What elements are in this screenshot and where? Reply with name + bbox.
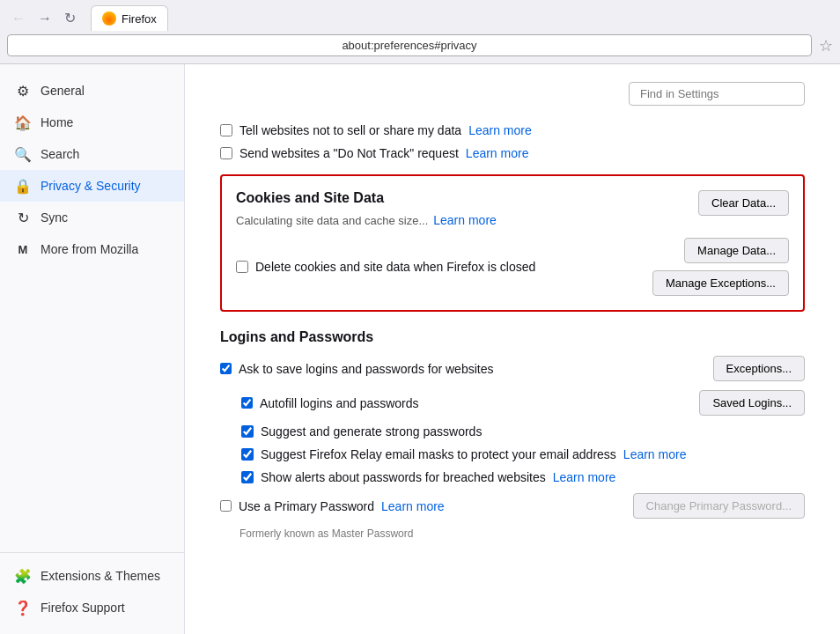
autofill-checkbox[interactable]	[241, 397, 253, 409]
autofill-row: Autofill logins and passwords Saved Logi…	[241, 390, 805, 416]
content-area: Tell websites not to sell or share my da…	[185, 64, 840, 634]
sidebar-bottom: 🧩 Extensions & Themes ❓ Firefox Support	[0, 552, 184, 623]
saved-logins-button[interactable]: Saved Logins...	[699, 390, 805, 416]
sidebar-label-home: Home	[41, 115, 73, 129]
sidebar-item-mozilla[interactable]: M More from Mozilla	[0, 233, 184, 265]
relay-label: Suggest Firefox Relay email masks to pro…	[261, 447, 616, 461]
primary-password-learn-more[interactable]: Learn more	[381, 499, 445, 513]
nav-buttons: ← → ↻	[7, 8, 80, 28]
cookies-content: Cookies and Site Data Calculating site d…	[236, 190, 698, 227]
logins-section: Logins and Passwords Ask to save logins …	[220, 329, 805, 540]
sidebar-item-privacy[interactable]: 🔒 Privacy & Security	[0, 170, 184, 202]
ask-save-checkbox[interactable]	[220, 363, 232, 374]
home-icon: 🏠	[14, 114, 32, 131]
sidebar-label-support: Firefox Support	[41, 601, 125, 615]
sidebar-item-home[interactable]: 🏠 Home	[0, 107, 184, 138]
find-input[interactable]	[629, 82, 805, 106]
extensions-icon: 🧩	[14, 567, 32, 585]
bookmark-button[interactable]: ☆	[819, 36, 833, 55]
breached-checkbox[interactable]	[241, 471, 254, 483]
gear-icon: ⚙	[14, 82, 32, 100]
sidebar-label-mozilla: More from Mozilla	[41, 242, 138, 256]
sidebar: ⚙ General 🏠 Home 🔍 Search 🔒 Privacy & Se…	[0, 64, 185, 634]
ask-save-label: Ask to save logins and passwords for web…	[239, 362, 493, 376]
suggest-label: Suggest and generate strong passwords	[261, 424, 482, 439]
mozilla-icon: M	[14, 240, 32, 258]
primary-password-checkbox[interactable]	[220, 500, 232, 512]
no-sell-learn-more[interactable]: Learn more	[468, 123, 532, 137]
cookies-btn-row: Clear Data...	[698, 190, 789, 216]
cookies-title: Cookies and Site Data	[236, 190, 698, 206]
sidebar-item-general[interactable]: ⚙ General	[0, 75, 184, 107]
refresh-button[interactable]: ↻	[60, 8, 80, 28]
address-bar: ☆	[0, 31, 840, 63]
suggest-checkbox[interactable]	[241, 425, 254, 438]
autofill-label: Autofill logins and passwords	[260, 396, 419, 410]
address-input[interactable]	[7, 34, 812, 56]
sidebar-label-search: Search	[41, 147, 79, 161]
sidebar-item-search[interactable]: 🔍 Search	[0, 138, 184, 170]
delete-cookies-checkbox[interactable]	[236, 261, 248, 273]
autofill-left: Autofill logins and passwords	[241, 396, 419, 410]
pref-row-dnt: Send websites a "Do Not Track" request L…	[220, 146, 805, 160]
relay-row: Suggest Firefox Relay email masks to pro…	[241, 447, 805, 461]
change-primary-password-button[interactable]: Change Primary Password...	[633, 493, 805, 519]
browser-tab[interactable]: Firefox	[91, 5, 168, 31]
primary-password-left: Use a Primary Password Learn more	[220, 499, 445, 513]
manage-btn-row: Manage Data... Manage Exceptions...	[652, 238, 789, 296]
breached-learn-more[interactable]: Learn more	[553, 470, 616, 484]
no-sell-checkbox[interactable]	[220, 124, 232, 136]
breached-label: Show alerts about passwords for breached…	[261, 470, 546, 484]
firefox-tab-icon	[102, 11, 116, 26]
relay-learn-more[interactable]: Learn more	[623, 447, 687, 461]
suggest-row: Suggest and generate strong passwords	[241, 424, 805, 439]
manage-data-button[interactable]: Manage Data...	[684, 238, 789, 263]
dnt-learn-more[interactable]: Learn more	[466, 146, 529, 160]
tab-title: Firefox	[122, 12, 157, 26]
cookies-desc-text: Calculating site data and cache size...	[236, 214, 428, 227]
sidebar-item-extensions[interactable]: 🧩 Extensions & Themes	[0, 560, 184, 592]
cookies-desc: Calculating site data and cache size... …	[236, 213, 698, 227]
sidebar-item-sync[interactable]: ↻ Sync	[0, 202, 184, 233]
logins-title: Logins and Passwords	[220, 329, 805, 345]
support-icon: ❓	[14, 599, 32, 616]
cookies-inner: Cookies and Site Data Calculating site d…	[236, 190, 789, 227]
main-layout: ⚙ General 🏠 Home 🔍 Search 🔒 Privacy & Se…	[0, 64, 840, 634]
dnt-checkbox[interactable]	[220, 147, 232, 159]
exceptions-button[interactable]: Exceptions...	[713, 356, 805, 381]
back-button[interactable]: ←	[7, 9, 30, 28]
formerly-label: Formerly known as Master Password	[239, 527, 805, 540]
sync-icon: ↻	[14, 209, 32, 226]
forward-button[interactable]: →	[33, 9, 56, 28]
sidebar-label-extensions: Extensions & Themes	[41, 569, 160, 583]
search-icon: 🔍	[14, 145, 32, 163]
sidebar-label-sync: Sync	[41, 210, 68, 225]
no-sell-label: Tell websites not to sell or share my da…	[239, 123, 461, 137]
browser-chrome: ← → ↻ Firefox ☆	[0, 0, 840, 64]
dnt-label: Send websites a "Do Not Track" request	[239, 146, 459, 160]
delete-cookies-row: Delete cookies and site data when Firefo…	[236, 260, 535, 274]
primary-password-label: Use a Primary Password	[239, 499, 374, 513]
pref-row-no-sell: Tell websites not to sell or share my da…	[220, 123, 805, 137]
manage-exceptions-button[interactable]: Manage Exceptions...	[652, 270, 789, 296]
delete-cookies-label: Delete cookies and site data when Firefo…	[255, 260, 535, 274]
sidebar-label-general: General	[41, 84, 85, 98]
lock-icon: 🔒	[14, 177, 32, 195]
find-bar	[220, 82, 805, 106]
cookies-learn-more[interactable]: Learn more	[433, 213, 497, 227]
relay-checkbox[interactable]	[241, 448, 254, 461]
sidebar-label-privacy: Privacy & Security	[41, 179, 141, 193]
ask-save-left: Ask to save logins and passwords for web…	[220, 362, 493, 376]
breached-row: Show alerts about passwords for breached…	[241, 470, 805, 484]
tab-bar: ← → ↻ Firefox	[0, 0, 840, 31]
ask-save-row: Ask to save logins and passwords for web…	[220, 356, 805, 381]
sidebar-item-support[interactable]: ❓ Firefox Support	[0, 592, 184, 623]
clear-data-button[interactable]: Clear Data...	[698, 190, 789, 216]
cookies-section: Cookies and Site Data Calculating site d…	[220, 174, 805, 312]
primary-password-row: Use a Primary Password Learn more Change…	[220, 493, 805, 519]
